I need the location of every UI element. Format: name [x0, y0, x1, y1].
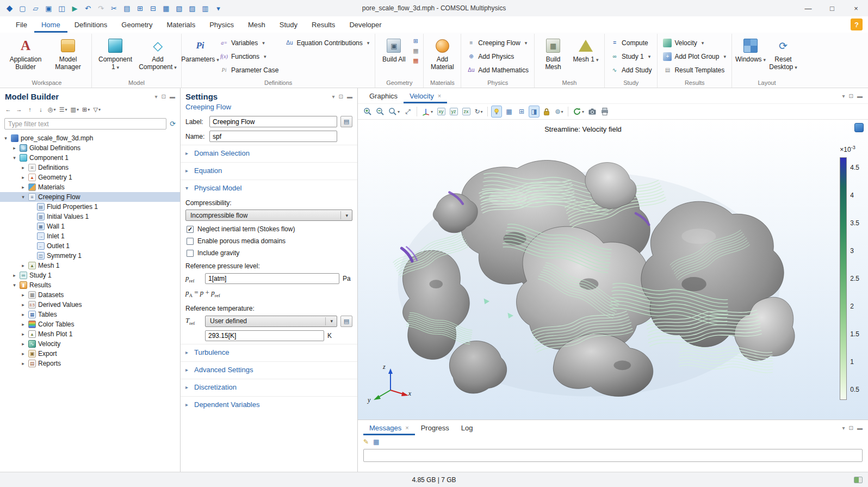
tree-item-derived-values[interactable]: 8.5Derived Values: [0, 300, 180, 310]
clear-messages-button[interactable]: [363, 438, 369, 446]
expand-arrow-icon[interactable]: [11, 273, 17, 278]
add-physics-button[interactable]: Add Physics: [464, 50, 531, 63]
result-templates-button[interactable]: Result Templates: [660, 64, 729, 76]
build-all-button[interactable]: Build All: [378, 35, 410, 77]
menu-physics[interactable]: Physics: [202, 16, 241, 33]
menu-geometry[interactable]: Geometry: [114, 16, 159, 33]
expand-arrow-icon[interactable]: [20, 175, 26, 180]
tree-item-results[interactable]: Results: [0, 280, 180, 290]
open-file-button[interactable]: [29, 2, 42, 15]
tab-progress[interactable]: Progress: [415, 420, 455, 435]
expand-arrow-icon[interactable]: [20, 302, 26, 307]
parameter-case-button[interactable]: Pi Parameter Case: [217, 64, 281, 76]
graphics-canvas[interactable]: Streamline: Velocity field: [358, 120, 868, 420]
checkbox-unchecked-icon[interactable]: [187, 250, 194, 257]
tree-item-initial-values[interactable]: Initial Values 1: [0, 212, 180, 221]
zoom-in-button[interactable]: [362, 106, 373, 118]
tree-item-definitions[interactable]: Definitions: [0, 163, 180, 172]
zoom-out-button[interactable]: [375, 106, 386, 118]
label-input[interactable]: [209, 116, 337, 127]
menu-home[interactable]: Home: [34, 16, 67, 33]
panel-menu-icon[interactable]: [332, 94, 335, 100]
menu-study[interactable]: Study: [272, 16, 305, 33]
section-turbulence[interactable]: Turbulence: [181, 344, 357, 360]
section-dependent-variables[interactable]: Dependent Variables: [181, 396, 357, 412]
compute-button[interactable]: [69, 2, 81, 15]
tree-item-color-tables[interactable]: Color Tables: [0, 319, 180, 329]
plot-quick-button[interactable]: [199, 2, 212, 15]
tree-item-symmetry1[interactable]: Symmetry 1: [0, 251, 180, 261]
close-tab-icon[interactable]: [438, 93, 441, 99]
expand-arrow-icon[interactable]: [20, 341, 26, 347]
neglect-inertial-checkbox[interactable]: Neglect inertial term (Stokes flow): [181, 223, 357, 235]
tree-item-root[interactable]: pore_scale_flow_3d.mph: [0, 133, 180, 143]
panel-float-icon[interactable]: [162, 94, 166, 100]
rename-button[interactable]: [340, 116, 352, 127]
show-material-color-button[interactable]: [504, 106, 514, 118]
tree-item-velocity[interactable]: Velocity: [0, 339, 180, 349]
update-plot-button[interactable]: ▾: [572, 106, 585, 118]
menu-file[interactable]: File: [9, 16, 34, 33]
tree-item-inlet1[interactable]: Inlet 1: [0, 231, 180, 241]
panel-menu-icon[interactable]: [842, 93, 845, 99]
show-legends-button[interactable]: [529, 106, 540, 118]
save-button[interactable]: [42, 2, 55, 15]
new-file-button[interactable]: [16, 2, 29, 15]
environment-button[interactable]: ▾: [554, 106, 565, 118]
expand-arrow-icon[interactable]: [20, 351, 26, 356]
model-manager-button[interactable]: Model Manager: [47, 35, 89, 77]
zoom-box-button[interactable]: ▾: [387, 106, 401, 118]
undo-button[interactable]: [82, 2, 94, 15]
temperature-value-input[interactable]: [205, 330, 324, 341]
save-as-button[interactable]: [55, 2, 68, 15]
back-button[interactable]: [3, 104, 13, 115]
rotate-view-button[interactable]: ▾: [473, 106, 484, 118]
delete-button[interactable]: [160, 2, 172, 15]
section-equation[interactable]: Equation: [181, 162, 357, 178]
copy-messages-button[interactable]: [373, 438, 379, 446]
equation-contributions-button[interactable]: Δu Equation Contributions: [282, 36, 372, 49]
add-mathematics-button[interactable]: Δu Add Mathematics: [464, 64, 531, 76]
help-button[interactable]: ?: [851, 19, 863, 30]
tree-item-global-definitions[interactable]: Global Definitions: [0, 143, 180, 153]
panel-float-icon[interactable]: [339, 94, 343, 100]
build-mesh-button[interactable]: Build Mesh: [537, 35, 569, 77]
geometry-delete-button[interactable]: [411, 56, 420, 65]
panel-collapse-icon[interactable]: [857, 93, 863, 99]
tab-log[interactable]: Log: [455, 420, 479, 435]
study1-button[interactable]: ∞ Study 1: [607, 50, 654, 63]
show-button[interactable]: ▾: [47, 104, 57, 115]
expand-arrow-icon[interactable]: [20, 361, 26, 366]
tree-item-creeping-flow[interactable]: Creeping Flow: [0, 192, 180, 202]
tree-item-fluid-properties[interactable]: Fluid Properties 1: [0, 202, 180, 212]
windows-button[interactable]: Windows: [735, 35, 766, 77]
expand-arrow-icon[interactable]: [20, 184, 26, 190]
maximize-button[interactable]: [820, 0, 844, 16]
expand-arrow-icon[interactable]: [20, 312, 26, 317]
menu-results[interactable]: Results: [305, 16, 342, 33]
tree-item-mesh-plot1[interactable]: Mesh Plot 1: [0, 329, 180, 339]
tree-item-wall1[interactable]: Wall 1: [0, 221, 180, 231]
expand-arrow-icon[interactable]: [20, 292, 26, 298]
go-to-default-view-button[interactable]: ▾: [420, 106, 434, 118]
panel-collapse-icon[interactable]: [170, 94, 175, 100]
variables-button[interactable]: a= Variables: [217, 36, 281, 49]
minimize-button[interactable]: [796, 0, 820, 16]
filter-button[interactable]: ▾: [92, 104, 102, 115]
tree-item-component1[interactable]: Component 1: [0, 153, 180, 163]
expand-arrow-icon[interactable]: [20, 263, 26, 268]
expand-arrow-icon[interactable]: [11, 282, 17, 288]
tree-item-materials[interactable]: Materials: [0, 182, 180, 192]
refresh-icon[interactable]: [170, 120, 176, 128]
add-component-button[interactable]: Add Component: [137, 35, 178, 77]
print-button[interactable]: [599, 106, 610, 118]
move-up-button[interactable]: [25, 104, 35, 115]
checkbox-checked-icon[interactable]: [187, 226, 194, 233]
tree-filter-input[interactable]: [4, 118, 166, 130]
reference-pressure-input[interactable]: [205, 273, 339, 284]
panel-menu-icon[interactable]: [842, 425, 845, 431]
tree-item-tables[interactable]: Tables: [0, 310, 180, 319]
build-mesh-quick-button[interactable]: [173, 2, 185, 15]
temperature-list-button[interactable]: [340, 316, 352, 327]
application-builder-button[interactable]: Application Builder: [5, 35, 46, 77]
